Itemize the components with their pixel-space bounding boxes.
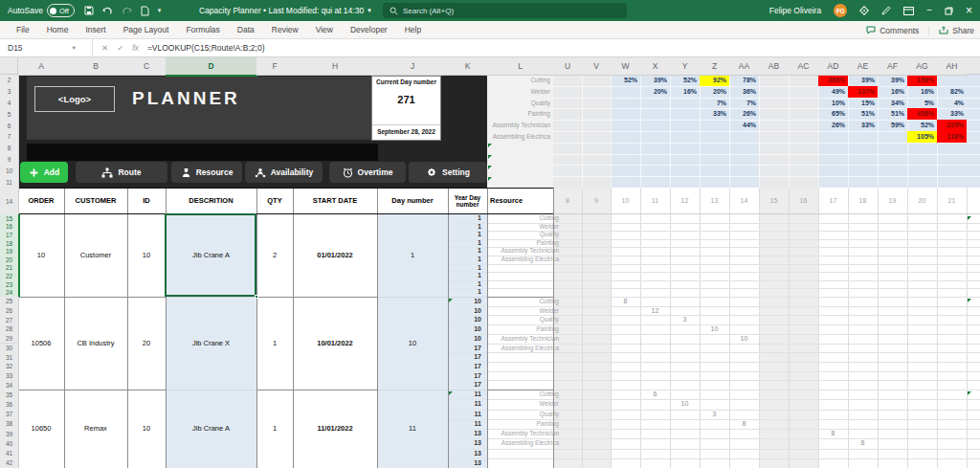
year-day-cell[interactable]: 1 <box>448 264 481 273</box>
year-day-cell[interactable]: 10 <box>448 334 481 344</box>
year-day-cell[interactable]: 13 <box>448 449 481 458</box>
utilization-cell-AF3[interactable]: 16% <box>878 86 907 98</box>
utilization-cell-AH4[interactable]: 4% <box>937 98 967 109</box>
year-day-cell[interactable]: 10 <box>448 324 481 334</box>
order-cell[interactable]: 10 <box>127 251 166 260</box>
utilization-cell-AE3[interactable]: 137% <box>848 86 878 98</box>
year-day-cell[interactable]: 17 <box>448 352 481 362</box>
column-header-C[interactable]: C <box>127 57 167 76</box>
column-header-AD[interactable]: AD <box>818 57 849 76</box>
setting-button[interactable]: Setting <box>409 162 487 183</box>
gantt-hours-cell[interactable]: 10 <box>670 399 700 409</box>
order-cell[interactable]: Customer <box>64 251 127 260</box>
column-header-B[interactable]: B <box>64 57 128 76</box>
column-header-J[interactable]: J <box>377 57 449 76</box>
utilization-cell-AF6[interactable]: 59% <box>878 120 907 131</box>
year-day-cell[interactable]: 10 <box>448 315 481 324</box>
order-cell[interactable]: 20 <box>127 339 166 348</box>
utilization-cell-Z5[interactable]: 33% <box>700 108 729 120</box>
utilization-cell-Y3[interactable]: 16% <box>670 86 700 98</box>
utilization-cell-AD3[interactable]: 49% <box>818 86 848 98</box>
year-day-cell[interactable]: 11 <box>448 410 481 419</box>
year-day-cell[interactable]: 1 <box>448 214 481 223</box>
column-header-AC[interactable]: AC <box>789 57 819 76</box>
order-cell[interactable]: 1 <box>377 251 448 260</box>
utilization-cell-X2[interactable]: 39% <box>640 75 670 86</box>
year-day-cell[interactable]: 17 <box>448 344 481 353</box>
utilization-cell-AG6[interactable]: 52% <box>907 120 937 131</box>
add-button[interactable]: Add <box>20 162 68 183</box>
year-day-cell[interactable]: 1 <box>448 239 481 248</box>
utilization-cell-AG4[interactable]: 5% <box>907 98 937 109</box>
utilization-cell-AE4[interactable]: 15% <box>848 98 878 109</box>
order-cell[interactable]: CB Industry <box>64 339 127 348</box>
utilization-cell-Z4[interactable]: 7% <box>700 98 729 109</box>
column-header-AF[interactable]: AF <box>878 57 908 76</box>
utilization-cell-AD5[interactable]: 65% <box>818 108 848 120</box>
utilization-cell-AD6[interactable]: 26% <box>818 120 848 131</box>
gantt-hours-cell[interactable]: 8 <box>818 429 848 438</box>
utilization-cell-AH3[interactable]: 82% <box>937 86 967 98</box>
order-cell[interactable]: 11 <box>377 424 448 434</box>
column-header-F[interactable]: F <box>256 57 294 76</box>
order-cell[interactable]: 01/01/2022 <box>293 251 377 260</box>
order-cell[interactable]: 1 <box>256 424 293 434</box>
utilization-cell-AG3[interactable]: 16% <box>907 86 937 98</box>
gantt-hours-cell[interactable]: 10 <box>729 334 759 344</box>
order-cell[interactable]: 10/01/2022 <box>293 339 377 348</box>
gantt-hours-cell[interactable]: 6 <box>640 390 670 399</box>
gantt-hours-cell[interactable]: 12 <box>640 306 670 316</box>
column-header-V[interactable]: V <box>582 57 612 76</box>
utilization-cell-Z2[interactable]: 92% <box>700 75 729 86</box>
column-header-X[interactable]: X <box>640 57 671 76</box>
year-day-cell[interactable]: 10 <box>448 297 481 306</box>
column-header-Y[interactable]: Y <box>670 57 701 76</box>
order-cell[interactable]: Remax <box>64 424 127 434</box>
column-header-partial[interactable] <box>967 57 980 75</box>
column-header-U[interactable]: U <box>553 57 583 76</box>
utilization-cell-Z3[interactable]: 20% <box>700 86 729 98</box>
column-header-W[interactable]: W <box>611 57 641 76</box>
utilization-cell-AA3[interactable]: 36% <box>729 86 759 98</box>
column-header-K[interactable]: K <box>448 57 488 76</box>
order-cell[interactable]: 11/01/2022 <box>293 424 377 434</box>
column-header-AA[interactable]: AA <box>729 57 760 76</box>
year-day-cell[interactable]: 17 <box>448 371 481 381</box>
year-day-cell[interactable]: 13 <box>448 429 481 438</box>
year-day-cell[interactable]: 13 <box>448 438 481 448</box>
year-day-cell[interactable]: 10 <box>448 306 481 316</box>
utilization-cell-AH5[interactable]: 33% <box>937 108 967 120</box>
utilization-cell-AD2[interactable]: 366% <box>818 75 848 86</box>
order-cell[interactable]: 2 <box>256 251 293 260</box>
column-header-AB[interactable]: AB <box>759 57 790 76</box>
utilization-cell-AG2[interactable]: 196% <box>907 75 937 86</box>
order-cell[interactable]: 10506 <box>18 339 64 348</box>
row-header-42[interactable]: 42 <box>0 458 19 468</box>
resource-button[interactable]: Resource <box>171 162 242 183</box>
utilization-cell-AG7[interactable]: 105% <box>907 131 937 143</box>
year-day-cell[interactable]: 13 <box>448 458 481 468</box>
utilization-cell-AF4[interactable]: 34% <box>878 98 907 109</box>
utilization-cell-AA5[interactable]: 26% <box>729 108 759 120</box>
gantt-hours-cell[interactable]: 8 <box>611 297 640 306</box>
utilization-cell-Y2[interactable]: 52% <box>670 75 700 86</box>
year-day-cell[interactable]: 11 <box>448 390 481 399</box>
year-day-cell[interactable]: 11 <box>448 419 481 429</box>
year-day-cell[interactable]: 17 <box>448 380 481 390</box>
utilization-cell-AD4[interactable]: 10% <box>818 98 848 109</box>
utilization-cell-AE5[interactable]: 51% <box>848 108 878 120</box>
year-day-cell[interactable]: 1 <box>448 280 481 289</box>
utilization-cell-AH7[interactable]: 118% <box>937 131 967 143</box>
selected-cell-outline[interactable] <box>165 213 256 297</box>
route-button[interactable]: Route <box>76 162 167 183</box>
year-day-cell[interactable]: 1 <box>448 231 481 239</box>
order-cell[interactable]: 10 <box>377 339 448 348</box>
year-day-cell[interactable]: 1 <box>448 247 481 256</box>
gantt-hours-cell[interactable]: 3 <box>700 410 729 419</box>
column-header-L[interactable]: L <box>487 57 554 76</box>
utilization-cell-X3[interactable]: 20% <box>640 86 670 98</box>
overtime-button[interactable]: Overtime <box>329 162 406 183</box>
order-cell[interactable]: Jib Crane A <box>166 424 256 434</box>
year-day-cell[interactable]: 1 <box>448 288 481 297</box>
row-header-14[interactable]: 14 <box>0 188 19 215</box>
